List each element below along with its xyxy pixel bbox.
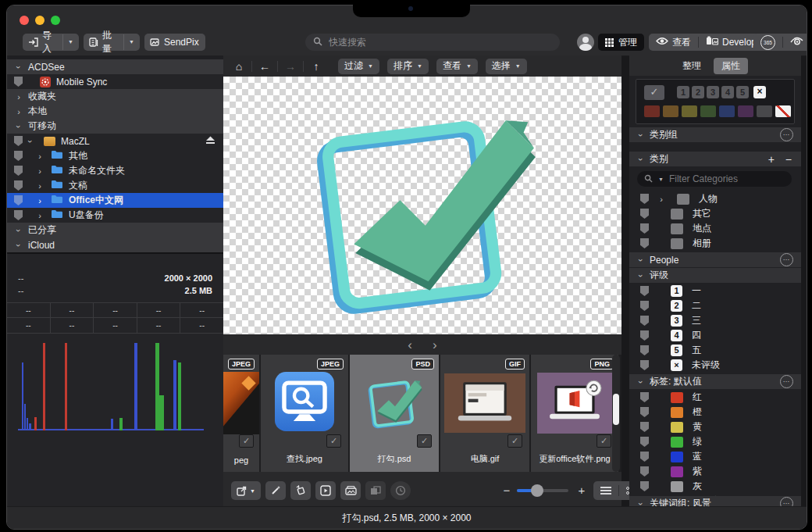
tree-item-other[interactable]: › 其他 (7, 148, 223, 163)
rating-row-unrated[interactable]: × 未评级 (629, 358, 801, 373)
compare-button[interactable] (365, 481, 386, 500)
zoom-in-button[interactable]: + (576, 481, 587, 500)
tag-icon[interactable] (640, 286, 649, 296)
label-green[interactable]: 绿 (629, 434, 801, 449)
tag-icon[interactable] (640, 316, 649, 326)
quick-search[interactable] (305, 34, 560, 51)
filter-label-swatch[interactable] (700, 105, 716, 117)
tag-icon[interactable] (640, 194, 649, 204)
slideshow-button[interactable] (315, 481, 336, 500)
chevron-down-icon[interactable]: › (14, 241, 23, 249)
thumbnail-checkbox[interactable]: ✓ (508, 434, 522, 448)
up-button[interactable]: ↑ (308, 60, 324, 73)
chevron-down-icon[interactable]: › (26, 137, 35, 145)
chevron-right-icon[interactable]: › (36, 211, 44, 220)
import-button[interactable]: 导入 ▼ (23, 34, 79, 51)
thumbnail-size-slider[interactable] (517, 489, 568, 492)
chevron-down-icon[interactable]: › (14, 63, 23, 71)
section-category-groups[interactable]: › 类别组 … (629, 127, 801, 142)
chevron-right-icon[interactable]: › (36, 152, 44, 161)
category-albums[interactable]: 相册 (629, 236, 801, 251)
filter-categories-input[interactable] (668, 173, 785, 185)
tag-icon[interactable] (14, 151, 23, 161)
tab-properties[interactable]: 属性 (714, 58, 748, 74)
chevron-down-icon[interactable]: › (636, 272, 646, 280)
tree-section-local[interactable]: › 本地 (7, 104, 223, 119)
open-external-button[interactable]: ▼ (231, 481, 261, 500)
filter-label-none-swatch[interactable] (775, 105, 791, 117)
rating-row-2[interactable]: 2 二 (629, 298, 801, 313)
tag-icon[interactable] (640, 422, 649, 432)
sync-button[interactable] (390, 481, 411, 500)
category-people[interactable]: › 人物 (629, 191, 801, 206)
tag-icon[interactable] (14, 180, 23, 191)
chevron-down-icon[interactable]: › (636, 256, 646, 264)
chevron-right-icon[interactable]: › (655, 195, 668, 204)
batch-dropdown-arrow[interactable]: ▼ (123, 34, 134, 50)
mode-manage-button[interactable]: 管理 (598, 34, 644, 51)
edit-wand-button[interactable] (265, 481, 286, 500)
filter-label-swatch[interactable] (644, 105, 660, 117)
section-menu-button[interactable]: … (780, 128, 793, 141)
section-ratings[interactable]: › 评级 (629, 268, 801, 283)
thumbnail-checkbox[interactable]: ✓ (597, 434, 611, 448)
label-orange[interactable]: 橙 (629, 405, 801, 420)
filter-label-swatch[interactable] (682, 105, 697, 117)
chevron-down-icon[interactable]: › (14, 227, 23, 234)
chevron-down-icon[interactable]: › (636, 378, 646, 386)
tag-icon[interactable] (14, 210, 23, 220)
view-dropdown[interactable]: 查看 ▼ (436, 59, 478, 74)
thumbnail-check-psd-selected[interactable]: PSD ✓ 打勾.psd (350, 355, 439, 472)
thumbnail-checkbox[interactable]: ✓ (417, 434, 432, 448)
section-people[interactable]: › People … (629, 252, 801, 267)
thumbnail-checkbox[interactable]: ✓ (239, 434, 254, 448)
chevron-right-icon[interactable]: › (15, 92, 23, 102)
thumbnail-computer-gif[interactable]: GIF ✓ 电脑.gif (440, 355, 529, 472)
tab-organize[interactable]: 整理 (682, 59, 701, 73)
image-preview[interactable] (223, 77, 621, 334)
tree-item-office-selected[interactable]: › Office中文网 (7, 193, 223, 208)
scrollbar-thumb[interactable] (613, 394, 619, 425)
filter-label-swatch[interactable] (738, 105, 753, 117)
tag-icon[interactable] (640, 452, 649, 462)
tree-item-maczl[interactable]: › MacZL (7, 134, 223, 148)
chevron-down-icon[interactable]: › (636, 155, 646, 163)
tag-icon[interactable] (640, 223, 649, 234)
eject-icon[interactable] (205, 136, 215, 147)
thumbnail-partial[interactable]: JPEG ✓ peg (223, 355, 259, 472)
forward-button[interactable]: → (283, 60, 298, 73)
add-category-button[interactable]: + (768, 153, 775, 166)
tag-icon[interactable] (640, 330, 649, 341)
image-basket-button[interactable] (340, 481, 361, 500)
home-button[interactable]: ⌂ (231, 60, 247, 73)
label-blue[interactable]: 蓝 (629, 449, 801, 464)
filter-dropdown[interactable]: 过滤 ▼ (338, 59, 379, 74)
tag-icon[interactable] (640, 407, 649, 417)
close-button[interactable] (20, 16, 29, 25)
zoom-out-button[interactable]: − (501, 481, 512, 500)
tag-icon[interactable] (640, 481, 649, 491)
sort-dropdown[interactable]: 排序 ▼ (387, 59, 429, 74)
filter-label-swatch[interactable] (663, 105, 678, 117)
tree-section-removable[interactable]: › 可移动 (7, 119, 223, 134)
tree-item-usb-backup[interactable]: › U盘备份 (7, 208, 223, 223)
filter-rating-2[interactable]: 2 (692, 86, 704, 98)
tag-icon[interactable] (640, 437, 649, 447)
chevron-right-icon[interactable]: › (36, 166, 44, 176)
filter-rating-1[interactable]: 1 (677, 86, 689, 98)
search-scope-arrow[interactable]: ▼ (658, 177, 664, 182)
tree-item-mobile-sync[interactable]: Mobile Sync (7, 74, 223, 89)
section-menu-button[interactable]: … (780, 253, 793, 266)
slider-knob[interactable] (531, 484, 543, 497)
rating-row-1[interactable]: 1 一 (629, 284, 801, 298)
tree-section-icloud[interactable]: › iCloud (7, 237, 223, 252)
tag-icon[interactable] (640, 301, 649, 311)
tag-icon[interactable] (640, 392, 649, 402)
tree-section-shared[interactable]: › 已分享 (7, 223, 223, 237)
tag-icon[interactable] (14, 166, 23, 176)
tree-section-acdsee[interactable]: › ACDSee (7, 59, 223, 74)
tag-icon[interactable] (640, 345, 649, 355)
tag-icon[interactable] (640, 238, 649, 248)
acdsee-365-button[interactable]: 365 (753, 34, 782, 51)
label-gray[interactable]: 灰 (629, 479, 801, 494)
